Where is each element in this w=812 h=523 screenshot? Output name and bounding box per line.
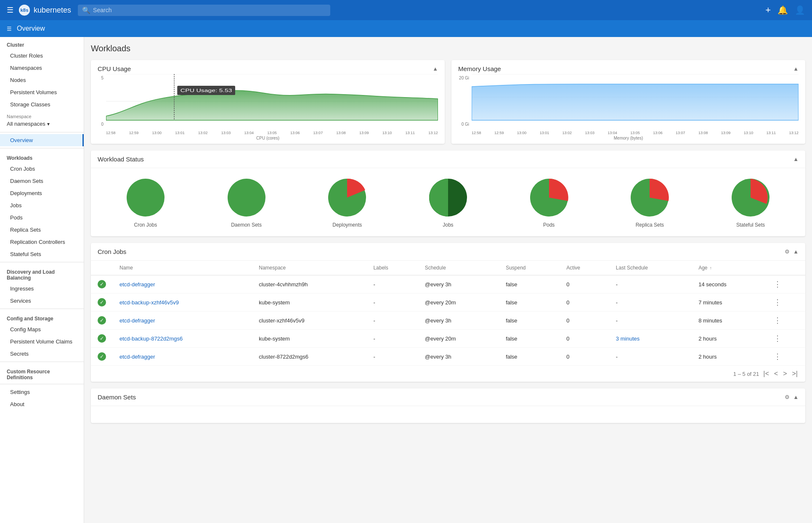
sidebar-item-secrets[interactable]: Secrets [0, 348, 84, 360]
sidebar-item-persistent-volumes[interactable]: Persistent Volumes [0, 86, 84, 98]
sidebar-item-replication-controllers[interactable]: Replication Controllers [0, 236, 84, 248]
user-icon[interactable]: 👤 [795, 5, 805, 15]
pagination-first-btn[interactable]: |< [762, 369, 770, 378]
col-last-schedule[interactable]: Last Schedule [609, 261, 692, 275]
workload-status-collapse-icon[interactable]: ▲ [793, 156, 799, 162]
workload-item-jobs[interactable]: Jobs [427, 177, 469, 228]
col-name[interactable]: Name [113, 261, 252, 275]
cron-job-link-1[interactable]: etcd-backup-xzhf46v5v9 [119, 299, 179, 306]
pagination-next-btn[interactable]: > [782, 369, 788, 378]
svg-text:k8s: k8s [21, 8, 29, 13]
cron-jobs-filter-icon[interactable]: ⚙ [785, 248, 790, 255]
col-suspend[interactable]: Suspend [499, 261, 560, 275]
daemon-sets-pie [226, 177, 268, 219]
sidebar-item-about[interactable]: About [0, 398, 84, 410]
row-namespace-0: cluster-4cvhhmzh9h [252, 275, 366, 293]
workload-item-stateful-sets[interactable]: Stateful Sets [730, 177, 772, 228]
workload-item-cron-jobs[interactable]: Cron Jobs [125, 177, 167, 228]
row-menu-3[interactable]: ⋮ [767, 330, 805, 348]
pagination-last-btn[interactable]: >| [791, 369, 799, 378]
cron-jobs-card: Cron Jobs ⚙ ▲ Name Namespace Labels Sche… [91, 243, 805, 382]
row-menu-4[interactable]: ⋮ [767, 348, 805, 366]
sidebar-item-daemon-sets[interactable]: Daemon Sets [0, 175, 84, 187]
row-menu-0[interactable]: ⋮ [767, 275, 805, 293]
daemon-sets-filter-icon[interactable]: ⚙ [785, 394, 790, 400]
daemon-sets-collapse-icon[interactable]: ▲ [793, 394, 799, 400]
row-actions-icon[interactable]: ⋮ [774, 280, 781, 288]
row-actions-icon[interactable]: ⋮ [774, 334, 781, 343]
sidebar-item-storage-classes[interactable]: Storage Classes [0, 98, 84, 111]
subheader-hamburger-icon[interactable]: ☰ [7, 26, 12, 32]
workload-item-pods[interactable]: Pods [528, 177, 570, 228]
workload-item-daemon-sets[interactable]: Daemon Sets [226, 177, 268, 228]
cron-job-link-0[interactable]: etcd-defragger [119, 281, 155, 288]
row-actions-icon[interactable]: ⋮ [774, 298, 781, 306]
namespace-select[interactable]: All namespaces ▾ [7, 121, 77, 127]
crd-section-title: Custom Resource Definitions [0, 364, 84, 382]
col-schedule[interactable]: Schedule [418, 261, 499, 275]
stateful-sets-pie [730, 177, 772, 219]
sidebar-item-config-maps[interactable]: Config Maps [0, 323, 84, 335]
sidebar-item-pods[interactable]: Pods [0, 211, 84, 224]
memory-chart-collapse-icon[interactable]: ▲ [793, 66, 799, 72]
col-age[interactable]: Age ↑ [692, 261, 767, 275]
search-bar[interactable]: 🔍 [78, 5, 330, 16]
workload-label-jobs: Jobs [443, 222, 453, 228]
workload-status-row: Cron Jobs Daemon Sets Deployme [91, 168, 805, 236]
cpu-y-label-0: 0 [101, 122, 103, 127]
notification-icon[interactable]: 🔔 [778, 5, 788, 15]
cron-jobs-collapse-icon[interactable]: ▲ [793, 248, 799, 255]
svg-text:CPU Usage: 5.53: CPU Usage: 5.53 [180, 88, 232, 93]
mem-x-12-59: 12:59 [494, 131, 504, 135]
sidebar-item-ingresses[interactable]: Ingresses [0, 283, 84, 295]
workload-item-replica-sets[interactable]: Replica Sets [629, 177, 671, 228]
status-ok-icon: ✓ [98, 334, 106, 343]
subheader: ☰ Overview [0, 20, 812, 37]
svg-point-12 [228, 179, 265, 217]
workload-item-deployments[interactable]: Deployments [326, 177, 368, 228]
sidebar-item-settings[interactable]: Settings [0, 386, 84, 398]
sidebar-item-jobs[interactable]: Jobs [0, 199, 84, 211]
mem-x-13-12: 13:12 [789, 131, 799, 135]
workload-status-header: Workload Status ▲ [91, 151, 805, 168]
cpu-chart-collapse-icon[interactable]: ▲ [433, 66, 438, 72]
sidebar-item-nodes[interactable]: Nodes [0, 74, 84, 86]
sidebar-item-namespaces[interactable]: Namespaces [0, 62, 84, 74]
sidebar-divider-3 [0, 262, 84, 262]
app-name: kubernetes [34, 6, 71, 15]
cpu-chart-header: CPU Usage ▲ [91, 60, 445, 74]
row-labels-3: - [366, 330, 418, 348]
search-input[interactable] [93, 7, 326, 13]
cron-job-link-3[interactable]: etcd-backup-8722d2mgs6 [119, 335, 183, 342]
content-area: Workloads CPU Usage ▲ 5 0 [84, 37, 812, 523]
mem-x-12-58: 12:58 [472, 131, 481, 135]
mem-x-13-00: 13:00 [517, 131, 527, 135]
sidebar-item-deployments[interactable]: Deployments [0, 187, 84, 199]
sidebar-item-pvc[interactable]: Persistent Volume Claims [0, 335, 84, 348]
workload-label-cron-jobs: Cron Jobs [134, 222, 157, 228]
cron-job-link-2[interactable]: etcd-defragger [119, 317, 155, 324]
row-actions-icon[interactable]: ⋮ [774, 352, 781, 361]
row-menu-2[interactable]: ⋮ [767, 312, 805, 330]
cron-job-link-4[interactable]: etcd-defragger [119, 354, 155, 360]
hamburger-icon[interactable]: ☰ [7, 5, 13, 15]
sidebar-item-overview[interactable]: Overview [0, 134, 84, 146]
col-namespace[interactable]: Namespace [252, 261, 366, 275]
cluster-section-title: Cluster [0, 37, 84, 50]
col-active[interactable]: Active [560, 261, 609, 275]
sidebar-item-stateful-sets[interactable]: Stateful Sets [0, 248, 84, 260]
sidebar-divider-6 [0, 384, 84, 384]
sidebar-divider-1 [0, 132, 84, 132]
row-schedule-1: @every 20m [418, 293, 499, 312]
pods-pie [528, 177, 570, 219]
pagination-prev-btn[interactable]: < [773, 369, 779, 378]
sidebar-item-services[interactable]: Services [0, 295, 84, 307]
row-menu-1[interactable]: ⋮ [767, 293, 805, 312]
col-labels[interactable]: Labels [366, 261, 418, 275]
sidebar-item-cron-jobs[interactable]: Cron Jobs [0, 163, 84, 175]
namespace-label: Namespace [7, 114, 77, 119]
row-actions-icon[interactable]: ⋮ [774, 316, 781, 325]
sidebar-item-cluster-roles[interactable]: Cluster Roles [0, 50, 84, 62]
add-button[interactable]: + [765, 5, 771, 16]
sidebar-item-replica-sets[interactable]: Replica Sets [0, 224, 84, 236]
